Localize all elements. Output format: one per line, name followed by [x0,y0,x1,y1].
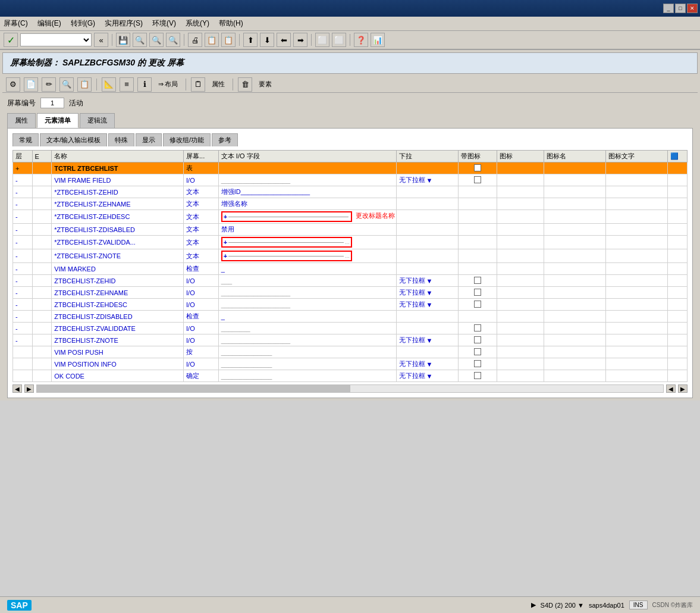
copy2-icon[interactable]: 📋 [221,33,236,47]
tb-icon5[interactable]: 📋 [77,77,92,92]
tb-icon4[interactable]: 🔍 [59,77,74,92]
cell-withicon[interactable] [458,275,497,287]
inner-tab-text[interactable]: 文本/输入输出模板 [40,133,107,146]
menu-utilities[interactable]: 实用程序(S) [105,18,143,29]
table-row[interactable]: - ZTBCEHLIST-ZEHNAME I/O _______________… [13,287,688,299]
cell-name: OK CODE [52,370,184,382]
tb-icon3[interactable]: ✏ [42,77,56,92]
cell-withicon[interactable] [458,287,497,299]
cell-withicon[interactable] [458,370,497,382]
layout-button[interactable]: ⇒ 布局 [155,78,181,90]
annotation-label: 更改标题名称 [356,211,395,220]
menu-goto[interactable]: 转到(G) [71,18,95,29]
prev-icon[interactable]: « [94,33,108,47]
table-row[interactable]: - ZTBCEHLIST-ZVALIDDATE I/O ________ [13,323,688,334]
cell-dropdown: 无下拉框▼ [396,299,458,311]
table-row[interactable]: - VIM FRAME FIELD I/O __________________… [13,174,688,186]
action2-icon[interactable]: ⬇ [260,33,274,47]
scroll-end-btn2[interactable]: ▶ [678,384,688,393]
copy1-icon[interactable]: 📋 [205,33,219,47]
window-controls[interactable]: _ □ ✕ [663,4,698,13]
inner-tab-modify[interactable]: 修改组/功能 [163,133,211,146]
find2-icon[interactable]: 🔍 [149,33,164,47]
inner-tab-general[interactable]: 常规 [12,133,39,146]
cell-name: *ZTBCEHLIST-ZEHDESC [52,210,184,224]
action4-icon[interactable]: ➡ [293,33,307,47]
cell-withicon[interactable] [458,358,497,370]
inner-tab-special[interactable]: 特殊 [108,133,134,146]
properties-button[interactable]: 属性 [209,78,228,90]
cell-dropdown: 无下拉框▼ [396,334,458,346]
cell-name: *ZTBCEHLIST-ZVALIDDA... [52,236,184,249]
command-field[interactable] [20,33,92,46]
menu-edit[interactable]: 编辑(E) [37,18,61,29]
move2-icon[interactable]: ⬜ [332,33,346,47]
action3-icon[interactable]: ⬅ [277,33,291,47]
cell-dropdown: 无下拉框▼ [396,358,458,370]
cell-withicon[interactable] [458,334,497,346]
main-area: 屏幕绘制器： SAPLZBCFGSM30 的 更改 屏幕 ⚙ 📄 ✏ 🔍 📋 📐… [0,50,700,401]
table-row[interactable]: - ZTBCEHLIST-ZDISABLED 检查 _ [13,311,688,323]
table-wrapper[interactable]: 层 E 名称 屏幕... 文本 I/O 字段 下拉 带图标 图标 图标名 图标文… [12,150,688,382]
inner-tab-ref[interactable]: 参考 [212,133,238,146]
table-row[interactable]: + TCTRL ZTBCEHLIST 表 [13,162,688,174]
table-row[interactable]: VIM POSI PUSH 按 ______________ [13,346,688,358]
cell-name: TCTRL ZTBCEHLIST [52,162,184,174]
cell-layer: - [13,224,33,236]
cell-icontext [605,186,667,198]
scroll-right-btn[interactable]: ▶ [24,384,34,393]
info-icon[interactable]: 📊 [371,33,385,47]
close-button[interactable]: ✕ [687,4,698,13]
table-row[interactable]: - *ZTBCEHLIST-ZEHNAME 文本 增强名称 [13,198,688,210]
tb-icon1[interactable]: ⚙ [6,77,20,92]
table-row[interactable]: - *ZTBCEHLIST-ZEHID 文本 增强ID_____________… [13,186,688,198]
tab-properties[interactable]: 属性 [7,113,36,128]
save-icon[interactable]: 💾 [116,33,130,47]
cell-withicon[interactable] [458,323,497,334]
menu-system[interactable]: 系统(Y) [186,18,209,29]
table-row[interactable]: - *ZTBCEHLIST-ZDISABLED 文本 禁用 [13,224,688,236]
scroll-end-btn[interactable]: ◀ [666,384,676,393]
table-row[interactable]: - *ZTBCEHLIST-ZVALIDDA... 文本 + ... [13,236,688,249]
table-row[interactable]: - ZTBCEHLIST-ZEHDESC I/O _______________… [13,299,688,311]
check-icon[interactable]: ✓ [4,33,18,47]
menu-environment[interactable]: 环境(V) [152,18,176,29]
action1-icon[interactable]: ⬆ [243,33,258,47]
cell-color [668,346,688,358]
table-row[interactable]: - ZTBCEHLIST-ZEHID I/O ___ 无下拉框▼ [13,275,688,287]
screen-num-input[interactable] [40,98,64,108]
menu-screen[interactable]: 屏幕(C) [4,18,28,29]
table-row[interactable]: - VIM MARKED 检查 _ [13,263,688,275]
horizontal-scrollbar[interactable]: ◀ ▶ ◀ ▶ [12,384,688,393]
menu-help[interactable]: 帮助(H) [219,18,243,29]
cell-withicon[interactable] [458,299,497,311]
tb-icon2[interactable]: 📄 [24,77,38,92]
table-row[interactable]: OK CODE 确定 ______________ 无下拉框▼ [13,370,688,382]
find3-icon[interactable]: 🔍 [166,33,180,47]
tb-elements-icon[interactable]: 🗑 [238,77,252,92]
inner-tab-display[interactable]: 显示 [136,133,162,146]
table-row[interactable]: - *ZTBCEHLIST-ZNOTE 文本 + ... [13,249,688,263]
table-row[interactable]: VIM POSITION INFO I/O ______________ 无下拉… [13,358,688,370]
table-row[interactable]: - ZTBCEHLIST-ZNOTE I/O _________________… [13,334,688,346]
tb-icon7[interactable]: ≡ [120,77,134,92]
tb-properties-icon[interactable]: 🗒 [191,77,205,92]
table-row[interactable]: - *ZTBCEHLIST-ZEHDESC 文本 + 更改标题名称 [13,210,688,224]
maximize-button[interactable]: □ [675,4,686,13]
find1-icon[interactable]: 🔍 [133,33,147,47]
print-icon[interactable]: 🖨 [188,33,202,47]
cell-color [668,358,688,370]
cell-screen: 文本 [184,236,219,249]
move1-icon[interactable]: ⬜ [315,33,329,47]
minimize-button[interactable]: _ [663,4,674,13]
tab-elements[interactable]: 元素清单 [37,113,79,128]
cell-layer: - [13,311,33,323]
scroll-left-btn[interactable]: ◀ [12,384,22,393]
tab-logic[interactable]: 逻辑流 [80,113,115,128]
tb-icon6[interactable]: 📐 [102,77,116,92]
cell-withicon[interactable] [458,346,497,358]
cell-withicon[interactable] [458,174,497,186]
help-icon[interactable]: ❓ [354,33,368,47]
elements-button[interactable]: 要素 [256,78,275,90]
tb-icon8[interactable]: ℹ [137,77,152,92]
